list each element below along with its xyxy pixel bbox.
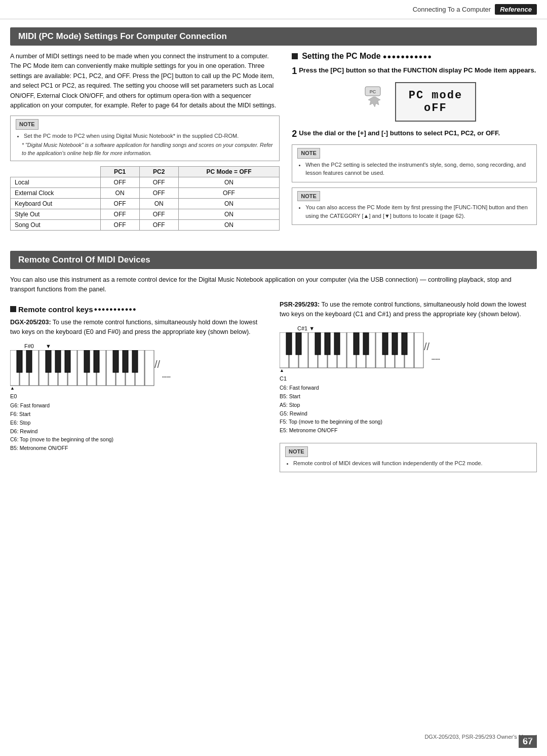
dgx-legend-item: E6: Stop — [10, 419, 267, 427]
section1-right: Setting the PC Mode ●●●●●●●●●●● 1 Press … — [292, 52, 537, 236]
svg-rect-46 — [286, 332, 292, 355]
pc-button-svg: PC — [353, 86, 393, 111]
svg-text://: // — [154, 359, 161, 370]
table-cell: OFF — [100, 177, 139, 187]
svg-text:••••••: •••••• — [162, 374, 171, 379]
dgx-legend: G6: Fast forwardF6: StartE6: StopD6: Rew… — [10, 401, 267, 452]
note-bottom-list: Remote control of MIDI devices will func… — [285, 459, 531, 468]
table-row-label: Keyboard Out — [11, 198, 101, 209]
table-cell: ON — [100, 187, 139, 198]
label-f0: F#0 ▼ — [10, 343, 267, 349]
table-cell: OFF — [139, 209, 178, 219]
table-cell: ON — [178, 209, 279, 219]
svg-rect-52 — [363, 332, 369, 355]
footer-text: DGX-205/203, PSR-295/293 Owner's Manual — [424, 734, 537, 740]
table-cell: ON — [139, 198, 178, 209]
svg-rect-26 — [123, 350, 128, 372]
svg-rect-53 — [382, 332, 388, 355]
pc-mode-diagram: PC PC mode oFF — [292, 82, 537, 122]
svg-text://: // — [424, 341, 430, 352]
dgx-intro: DGX-205/203: To use the remote control f… — [10, 318, 267, 337]
note-bottom-box: NOTE Remote control of MIDI devices will… — [280, 443, 537, 472]
note3-label: NOTE — [297, 191, 320, 202]
svg-rect-25 — [113, 350, 119, 372]
svg-marker-2 — [368, 97, 380, 107]
label-c1: C1 — [280, 375, 537, 382]
table-header-empty — [11, 166, 101, 177]
table-row-label: Song Out — [11, 219, 101, 230]
label-e0: E0 — [10, 393, 267, 399]
table-row: Song OutOFFOFFON — [11, 219, 280, 230]
section1-content: A number of MIDI settings need to be mad… — [0, 52, 547, 236]
settings-table: PC1 PC2 PC Mode = OFF LocalOFFOFFONExter… — [10, 166, 280, 231]
dgx-legend-item: D6: Rewind — [10, 427, 267, 436]
svg-rect-27 — [132, 350, 138, 372]
svg-rect-55 — [402, 332, 407, 355]
section2-body: You can also use this instrument as a re… — [10, 275, 537, 295]
table-cell: OFF — [139, 219, 178, 230]
dgx-legend-item: F6: Start — [10, 410, 267, 419]
svg-rect-51 — [354, 332, 359, 355]
section1-body: A number of MIDI settings need to be mad… — [10, 52, 280, 110]
header-bar: Connecting To a Computer Reference — [0, 0, 547, 19]
table-cell: OFF — [100, 219, 139, 230]
square-icon — [292, 53, 298, 59]
table-row-label: Style Out — [11, 209, 101, 219]
step1-text: Press the [PC] button so that the FUNCTI… — [299, 66, 536, 74]
dgx-keyboard-svg: // •••••• ▲ — [10, 350, 172, 391]
section2-intro: You can also use this instrument as a re… — [0, 275, 547, 295]
note3-box: NOTE You can also access the PC Mode ite… — [292, 187, 537, 225]
note2-label: NOTE — [297, 148, 320, 159]
svg-rect-20 — [46, 350, 51, 372]
heading-dots: ●●●●●●●●●●● — [383, 53, 432, 60]
psr-legend-item: G5: Rewind — [280, 409, 537, 418]
step2: 2 Use the dial or the [+] and [-] button… — [292, 129, 537, 140]
remote-keys-dots: ●●●●●●●●●●● — [94, 306, 137, 312]
svg-rect-50 — [334, 332, 340, 355]
svg-rect-24 — [94, 350, 99, 372]
table-cell: OFF — [100, 209, 139, 219]
svg-rect-19 — [26, 350, 32, 372]
psr-legend-item: F5: Top (move to the beginning of the so… — [280, 418, 537, 426]
svg-text:••••••: •••••• — [432, 357, 440, 361]
note-bottom-item: Remote control of MIDI devices will func… — [293, 459, 531, 468]
note1-item-1: Set the PC mode to PC2 when using Digita… — [24, 132, 274, 140]
svg-rect-54 — [392, 332, 398, 355]
header-section-title: Connecting To a Computer — [413, 6, 491, 13]
psr-keyboard-area: C#1 ▼ — [280, 325, 537, 435]
svg-rect-18 — [17, 350, 22, 372]
note3-list: You can also access the PC Mode item by … — [297, 203, 531, 220]
step1-num: 1 — [292, 66, 297, 77]
reference-badge: Reference — [495, 4, 537, 15]
pc-mode-screen: PC mode oFF — [395, 82, 476, 122]
note1-label: NOTE — [16, 119, 38, 130]
table-cell: OFF — [178, 187, 279, 198]
table-cell: ON — [178, 219, 279, 230]
svg-rect-17 — [145, 350, 154, 386]
table-header-pc1: PC1 — [100, 166, 139, 177]
note2-list: When the PC2 setting is selected the ins… — [297, 161, 531, 177]
dgx-label: DGX-205/203: — [10, 319, 51, 326]
pc-mode-heading-text: Setting the PC Mode — [302, 52, 381, 61]
section1-title: MIDI (PC Mode) Settings For Computer Con… — [10, 27, 537, 46]
svg-rect-47 — [296, 332, 301, 355]
step2-text: Use the dial or the [+] and [-] buttons … — [299, 129, 500, 137]
table-row-label: External Clock — [11, 187, 101, 198]
remote-two-col: Remote control keys ●●●●●●●●●●● DGX-205/… — [0, 300, 547, 478]
table-cell: OFF — [139, 187, 178, 198]
dgx-keyboard-area: F#0 ▼ — [10, 343, 267, 452]
psr-legend-item: E5: Metronome ON/OFF — [280, 426, 537, 435]
table-cell: OFF — [139, 177, 178, 187]
pc-mode-subheading: Setting the PC Mode ●●●●●●●●●●● — [292, 52, 537, 61]
section2-title: Remote Control Of MIDI Devices — [10, 251, 537, 269]
table-cell: ON — [178, 177, 279, 187]
note1-list: Set the PC mode to PC2 when using Digita… — [16, 132, 274, 140]
psr-keyboard-svg: // •••••• ▲ — [280, 332, 442, 373]
svg-rect-23 — [84, 350, 90, 372]
note2-item: When the PC2 setting is selected the ins… — [305, 161, 531, 177]
table-row: External ClockONOFFOFF — [11, 187, 280, 198]
remote-keys-heading: Remote control keys ●●●●●●●●●●● — [10, 305, 267, 314]
svg-rect-48 — [315, 332, 321, 355]
table-row: LocalOFFOFFON — [11, 177, 280, 187]
note1-item-2: * "Digital Music Notebook" is a software… — [16, 141, 274, 158]
